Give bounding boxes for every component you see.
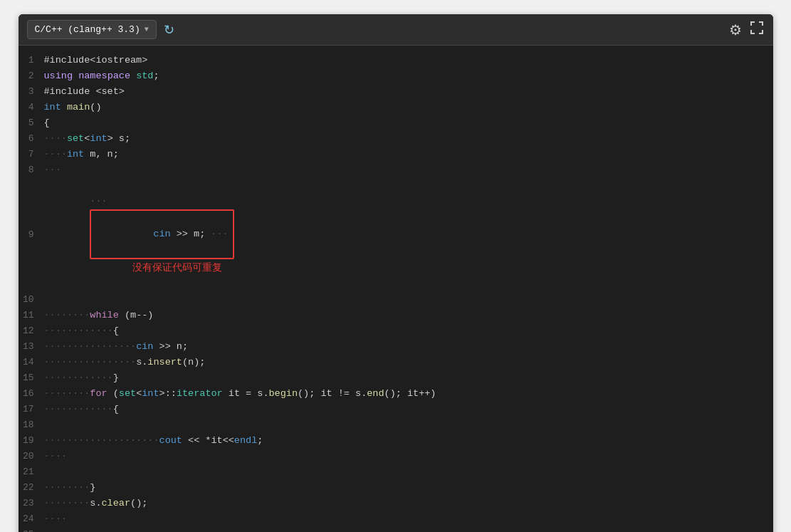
- line-number: 25: [19, 527, 44, 532]
- code-line: 18: [19, 417, 773, 433]
- language-selector[interactable]: C/C++ (clang++ 3.3) ▼: [27, 20, 157, 39]
- line-content: #include <set>: [44, 84, 773, 100]
- settings-button[interactable]: ⚙: [729, 21, 742, 38]
- line-number: 16: [19, 386, 44, 402]
- code-line: 8 ···: [19, 162, 773, 178]
- line-number: 14: [19, 355, 44, 370]
- line-content: ····················cout << *it<<endl;: [44, 433, 773, 449]
- line-number: 1: [19, 53, 44, 68]
- code-line: 15 ············}: [19, 370, 773, 386]
- line-number: 9: [19, 227, 44, 243]
- code-line: 13 ················cin >> n;: [19, 339, 773, 355]
- line-content: #include<iostream>: [44, 53, 773, 68]
- line-number: 11: [19, 308, 44, 323]
- line-content: int main(): [44, 100, 773, 115]
- line-content: ················s.insert(n);: [44, 355, 773, 370]
- code-line: 3 #include <set>: [19, 84, 773, 100]
- line-number: 15: [19, 370, 44, 386]
- line-content: ················cin >> n;: [44, 339, 773, 355]
- line-number: 4: [19, 100, 44, 115]
- language-label: C/C++ (clang++ 3.3): [35, 24, 140, 35]
- line-number: 24: [19, 511, 44, 527]
- code-line: 23 ········s.clear();: [19, 496, 773, 511]
- line-content: using namespace std;: [44, 68, 773, 84]
- code-line: 7 ····int m, n;: [19, 147, 773, 162]
- code-line: 1 #include<iostream>: [19, 53, 773, 68]
- line-content: ········while (m--): [44, 308, 773, 323]
- code-line: 11 ········while (m--): [19, 308, 773, 323]
- line-content: ····: [44, 449, 773, 464]
- line-content: ···: [44, 162, 773, 178]
- line-number: 10: [19, 292, 44, 308]
- line-content: ········for (set<int>::iterator it = s.b…: [44, 386, 773, 402]
- code-area: 1 #include<iostream> 2 using namespace s…: [19, 46, 773, 532]
- code-line: 22 ········}: [19, 480, 773, 496]
- code-line: 24 ····: [19, 511, 773, 527]
- toolbar-left: C/C++ (clang++ 3.3) ▼ ↻: [27, 20, 174, 39]
- line-number: 6: [19, 131, 44, 147]
- code-line: 4 int main(): [19, 100, 773, 115]
- code-line: 6 ····set<int> s;: [19, 131, 773, 147]
- refresh-icon: ↻: [164, 22, 174, 38]
- code-line: 17 ············{: [19, 402, 773, 417]
- line-number: 23: [19, 496, 44, 511]
- line-content: ····set<int> s;: [44, 131, 773, 147]
- line-number: 8: [19, 162, 44, 178]
- line-number: 18: [19, 417, 44, 433]
- chevron-down-icon: ▼: [145, 26, 149, 33]
- line-content: ··· cin >> m; ··· 没有保证代码可重复: [44, 178, 773, 292]
- code-line: 12 ············{: [19, 323, 773, 339]
- line-content: ········}: [44, 480, 773, 496]
- code-line: 10: [19, 292, 773, 308]
- code-line: 16 ········for (set<int>::iterator it = …: [19, 386, 773, 402]
- fullscreen-icon: [749, 20, 765, 36]
- code-line: 14 ················s.insert(n);: [19, 355, 773, 370]
- line-content: ····: [44, 511, 773, 527]
- code-line: 5 {: [19, 115, 773, 131]
- line-number: 12: [19, 323, 44, 339]
- gear-icon: ⚙: [729, 22, 742, 38]
- code-line: 21: [19, 464, 773, 480]
- toolbar-right: ⚙: [729, 20, 765, 39]
- line-number: 2: [19, 68, 44, 84]
- line-number: 17: [19, 402, 44, 417]
- line-number: 21: [19, 464, 44, 480]
- editor-container: C/C++ (clang++ 3.3) ▼ ↻ ⚙: [19, 14, 773, 532]
- line-number: 7: [19, 147, 44, 162]
- line-content: {: [44, 115, 773, 131]
- line-number: 3: [19, 84, 44, 100]
- line-content: ············{: [44, 323, 773, 339]
- line-number: 20: [19, 449, 44, 464]
- refresh-button[interactable]: ↻: [164, 22, 174, 38]
- code-line: 25: [19, 527, 773, 532]
- line-number: 5: [19, 115, 44, 131]
- line-content: ············{: [44, 402, 773, 417]
- line-number: 13: [19, 339, 44, 355]
- line-number: 19: [19, 433, 44, 449]
- code-line-highlighted: 9 ··· cin >> m; ··· 没有保证代码可重复: [19, 178, 773, 292]
- line-content: ········s.clear();: [44, 496, 773, 511]
- fullscreen-button[interactable]: [749, 20, 765, 39]
- editor-toolbar: C/C++ (clang++ 3.3) ▼ ↻ ⚙: [19, 14, 773, 46]
- line-content: ············}: [44, 370, 773, 386]
- line-number: 22: [19, 480, 44, 496]
- code-line: 20 ····: [19, 449, 773, 464]
- code-line: 2 using namespace std;: [19, 68, 773, 84]
- line-content: ····int m, n;: [44, 147, 773, 162]
- code-line: 19 ····················cout << *it<<endl…: [19, 433, 773, 449]
